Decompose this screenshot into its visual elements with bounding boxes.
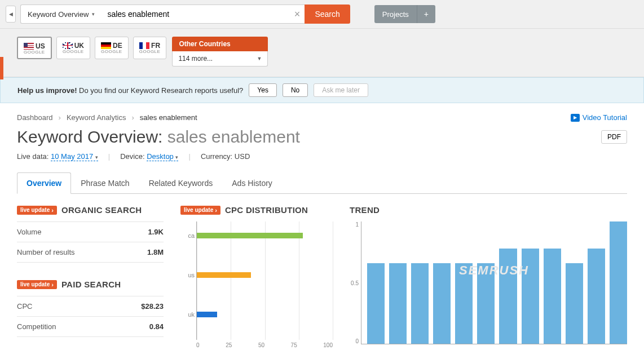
trend-bar — [610, 221, 627, 344]
live-update-badge: live update — [17, 280, 57, 289]
organic-search-title: ORGANIC SEARCH — [61, 205, 142, 215]
trend-title: TREND — [350, 205, 380, 215]
feedback-text: Do you find our Keyword Research reports… — [79, 86, 243, 95]
trend-bar — [411, 263, 429, 344]
search-type-label: Keyword Overview — [28, 10, 89, 19]
stat-row: Competition0.84 — [17, 317, 164, 337]
video-tutorial-link[interactable]: ▶ Video Tutorial — [571, 113, 627, 122]
breadcrumb-current: sales enablement — [140, 113, 197, 122]
feedback-no-button[interactable]: No — [283, 83, 308, 97]
trend-chart: 10.50 SEMRUSH — [361, 221, 627, 344]
add-project-button[interactable]: + — [417, 5, 435, 23]
feedback-bar: Help us improve! Do you find our Keyword… — [0, 77, 644, 103]
trend-bar — [367, 263, 385, 344]
stat-row: CPC$28.23 — [17, 296, 164, 317]
live-data-date[interactable]: 10 May 2017 ▾ — [51, 152, 98, 161]
country-card-uk[interactable]: UKGOOGLE — [56, 37, 90, 59]
cpc-distribution-chart: causuk 0255075100 — [180, 221, 333, 351]
accent-stripe — [0, 57, 3, 79]
tab-overview[interactable]: Overview — [17, 172, 71, 194]
collapse-sidebar-button[interactable]: ◀ — [6, 6, 16, 23]
trend-bar — [566, 263, 583, 344]
play-icon: ▶ — [571, 114, 580, 122]
breadcrumb: Dashboard › Keyword Analytics › sales en… — [17, 113, 627, 122]
currency-meta: Currency: USD — [201, 152, 250, 161]
feedback-yes-button[interactable]: Yes — [249, 83, 277, 97]
live-update-badge: live update — [17, 206, 57, 215]
page-title: Keyword Overview: sales enablement — [17, 127, 300, 147]
tab-related-keywords[interactable]: Related Keywords — [139, 172, 223, 194]
other-countries-dropdown[interactable]: 114 more... ▼ — [172, 51, 268, 67]
breadcrumb-item[interactable]: Keyword Analytics — [67, 113, 126, 122]
chevron-down-icon: ▼ — [257, 56, 262, 61]
tab-phrase-match[interactable]: Phrase Match — [71, 172, 139, 194]
trend-bar — [455, 263, 473, 344]
trend-bar — [477, 263, 495, 344]
trend-bar — [499, 249, 517, 344]
live-data-meta: Live data: 10 May 2017 ▾ — [17, 152, 98, 161]
trend-bar — [522, 249, 539, 344]
feedback-bold: Help us improve! — [17, 86, 77, 95]
device-selector[interactable]: Desktop ▾ — [147, 152, 178, 161]
search-type-dropdown[interactable]: Keyword Overview ▾ — [20, 5, 102, 24]
country-card-de[interactable]: DEGOOGLE — [95, 37, 129, 59]
stat-row: Volume1.9K — [17, 221, 164, 242]
trend-bar — [544, 249, 561, 344]
other-countries-label: 114 more... — [178, 55, 213, 63]
stat-row: Number of results1.8M — [17, 242, 164, 263]
search-input[interactable] — [102, 5, 305, 24]
search-button[interactable]: Search — [305, 5, 350, 24]
projects-button[interactable]: Projects — [374, 5, 417, 23]
tab-ads-history[interactable]: Ads History — [222, 172, 282, 194]
trend-bar — [389, 263, 407, 344]
clear-input-icon[interactable]: × — [294, 8, 301, 20]
chevron-down-icon: ▾ — [92, 11, 95, 17]
breadcrumb-item[interactable]: Dashboard — [17, 113, 53, 122]
trend-bar — [588, 249, 605, 344]
device-meta: Device: Desktop ▾ — [120, 152, 178, 161]
paid-search-title: PAID SEARCH — [61, 280, 121, 289]
feedback-later-button[interactable]: Ask me later — [314, 83, 368, 97]
country-card-fr[interactable]: FRGOOGLE — [133, 37, 167, 59]
export-pdf-button[interactable]: PDF — [601, 130, 627, 144]
other-countries-header: Other Countries — [172, 37, 268, 51]
live-update-badge: live update — [180, 206, 220, 215]
trend-bar — [433, 263, 451, 344]
cpc-distribution-title: CPC DISTRIBUTION — [225, 205, 308, 215]
country-card-us[interactable]: USGOOGLE — [17, 37, 52, 59]
